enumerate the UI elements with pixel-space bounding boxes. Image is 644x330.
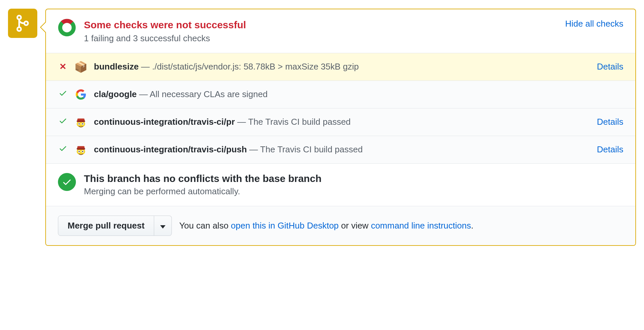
svg-rect-7 xyxy=(77,120,85,122)
svg-point-2 xyxy=(24,21,28,25)
details-link[interactable]: Details xyxy=(597,144,623,155)
success-check-icon xyxy=(58,173,76,191)
merge-pull-request-button[interactable]: Merge pull request xyxy=(58,216,154,236)
checks-list: ✕ 📦 bundlesize — ./dist/static/js/vendor… xyxy=(46,53,635,164)
checks-header-section: Some checks were not successful 1 failin… xyxy=(46,9,635,53)
merge-status-box: Some checks were not successful 1 failin… xyxy=(45,9,636,246)
merge-options-dropdown-button[interactable] xyxy=(154,216,172,236)
caret-down-icon xyxy=(160,225,165,229)
status-donut-icon xyxy=(58,19,76,37)
conflicts-subtitle: Merging can be performed automatically. xyxy=(84,186,321,197)
merge-footer: Merge pull request You can also open thi… xyxy=(46,206,635,245)
svg-point-9 xyxy=(79,123,80,124)
check-name: continuous-integration/travis-ci/pr xyxy=(94,117,235,127)
open-desktop-link[interactable]: open this in GitHub Desktop xyxy=(231,221,339,231)
package-icon: 📦 xyxy=(75,61,87,73)
check-name: bundlesize xyxy=(94,62,139,72)
check-icon xyxy=(58,144,68,155)
svg-point-1 xyxy=(17,27,21,31)
svg-point-18 xyxy=(82,151,84,152)
check-icon xyxy=(58,89,68,100)
check-desc: All necessary CLAs are signed xyxy=(150,89,268,99)
x-icon: ✕ xyxy=(58,62,68,72)
check-row-travis-push: continuous-integration/travis-ci/push — … xyxy=(46,136,635,164)
svg-point-11 xyxy=(82,123,84,124)
svg-rect-14 xyxy=(77,148,85,149)
travis-icon xyxy=(75,143,87,156)
conflicts-title: This branch has no conflicts with the ba… xyxy=(84,173,321,184)
google-icon xyxy=(75,88,87,101)
conflicts-section: This branch has no conflicts with the ba… xyxy=(46,164,635,206)
git-merge-icon xyxy=(15,14,31,33)
check-row-travis-pr: continuous-integration/travis-ci/pr — Th… xyxy=(46,108,635,136)
check-name: cla/google xyxy=(94,89,137,99)
merge-button-group: Merge pull request xyxy=(58,216,172,236)
check-desc: ./dist/static/js/vendor.js: 58.78kB > ma… xyxy=(152,62,359,72)
check-name: continuous-integration/travis-ci/push xyxy=(94,144,247,154)
check-icon xyxy=(58,116,68,127)
details-link[interactable]: Details xyxy=(597,62,623,72)
details-link[interactable]: Details xyxy=(597,117,623,127)
command-line-link[interactable]: command line instructions xyxy=(371,221,471,231)
check-desc: The Travis CI build passed xyxy=(248,117,351,127)
svg-point-16 xyxy=(79,151,80,152)
merge-timeline-badge xyxy=(8,9,37,38)
checks-status-title: Some checks were not successful xyxy=(84,19,557,31)
checks-status-subtitle: 1 failing and 3 successful checks xyxy=(84,33,557,44)
travis-icon xyxy=(75,116,87,128)
check-desc: The Travis CI build passed xyxy=(260,144,363,154)
toggle-checks-link[interactable]: Hide all checks xyxy=(565,19,623,29)
svg-point-0 xyxy=(17,16,21,19)
check-row-cla-google: cla/google — All necessary CLAs are sign… xyxy=(46,81,635,108)
check-row-bundlesize: ✕ 📦 bundlesize — ./dist/static/js/vendor… xyxy=(46,53,635,81)
merge-footer-text: You can also open this in GitHub Desktop… xyxy=(179,221,474,231)
